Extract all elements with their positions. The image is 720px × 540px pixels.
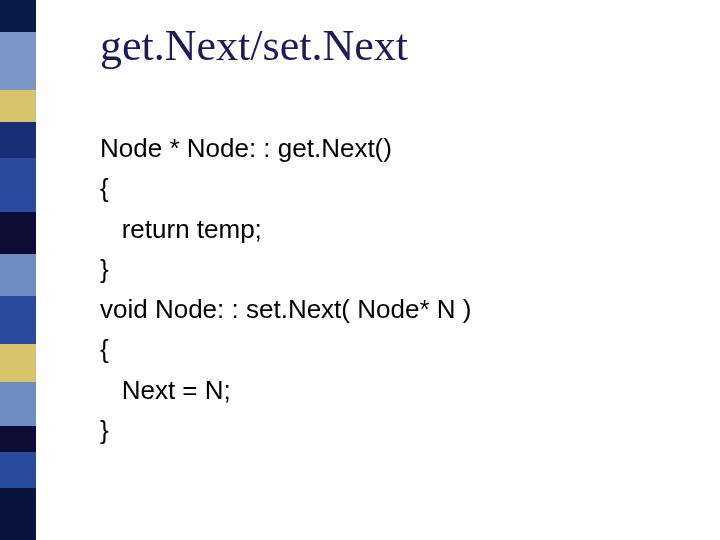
code-line: { bbox=[100, 329, 471, 369]
stripe bbox=[0, 212, 36, 254]
stripe bbox=[0, 32, 36, 90]
code-line: return temp; bbox=[100, 209, 471, 249]
stripe bbox=[0, 90, 36, 122]
code-line: Node * Node: : get.Next() bbox=[100, 128, 471, 168]
code-line: void Node: : set.Next( Node* N ) bbox=[100, 289, 471, 329]
stripe bbox=[0, 122, 36, 158]
stripe bbox=[0, 158, 36, 212]
stripe bbox=[0, 426, 36, 452]
stripe bbox=[0, 0, 36, 32]
slide: get.Next/set.Next Node * Node: : get.Nex… bbox=[0, 0, 720, 540]
code-line: Next = N; bbox=[100, 370, 471, 410]
code-line: { bbox=[100, 168, 471, 208]
slide-title: get.Next/set.Next bbox=[100, 20, 408, 71]
stripe bbox=[0, 488, 36, 540]
stripe bbox=[0, 296, 36, 344]
code-line: } bbox=[100, 410, 471, 450]
stripe bbox=[0, 452, 36, 488]
code-line: } bbox=[100, 249, 471, 289]
stripe bbox=[0, 344, 36, 382]
code-block: Node * Node: : get.Next() { return temp;… bbox=[100, 128, 471, 450]
stripe bbox=[0, 254, 36, 296]
stripe bbox=[0, 382, 36, 426]
